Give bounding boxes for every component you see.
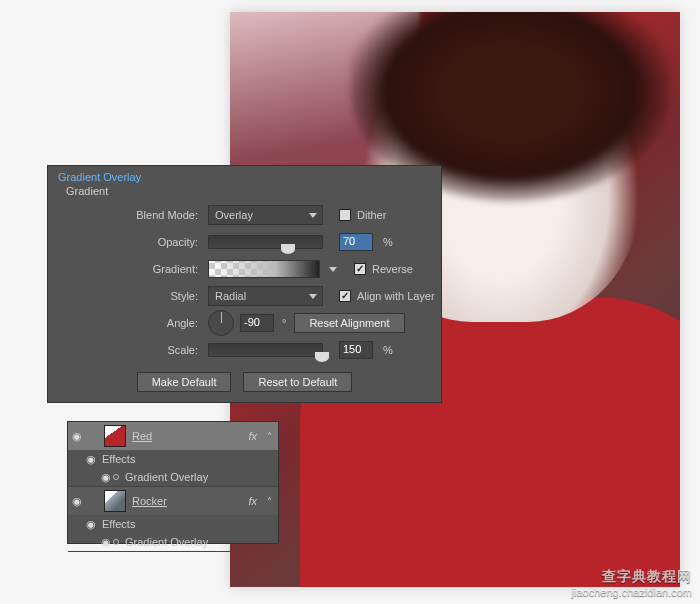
reverse-checkbox[interactable] [354, 263, 366, 275]
visibility-icon[interactable]: ◉ [68, 430, 86, 443]
visibility-icon[interactable]: ◉ [101, 471, 111, 484]
effect-dot-icon [113, 539, 119, 545]
angle-dial[interactable] [208, 310, 234, 336]
layer-thumbnail[interactable] [104, 425, 126, 447]
panel-title: Gradient Overlay [48, 166, 441, 185]
effect-name[interactable]: Gradient Overlay [125, 536, 208, 548]
opacity-value[interactable]: 70 [339, 233, 373, 251]
visibility-icon[interactable]: ◉ [86, 518, 96, 531]
dither-label: Dither [357, 209, 386, 221]
blend-mode-label: Blend Mode: [48, 209, 208, 221]
reverse-label: Reverse [372, 263, 413, 275]
angle-degree: ° [282, 317, 286, 329]
gradient-label: Gradient: [48, 263, 208, 275]
reset-alignment-button[interactable]: Reset Alignment [294, 313, 404, 333]
dither-checkbox[interactable] [339, 209, 351, 221]
effect-dot-icon [113, 474, 119, 480]
visibility-icon[interactable]: ◉ [86, 453, 96, 466]
scale-slider[interactable] [208, 343, 323, 357]
watermark-url: jiaocheng.chazidian.com [572, 586, 692, 598]
effects-label: Effects [102, 453, 135, 465]
scale-label: Scale: [48, 344, 208, 356]
fx-badge: fx [248, 495, 261, 507]
style-label: Style: [48, 290, 208, 302]
blend-mode-select[interactable]: Overlay [208, 205, 323, 225]
layer-rocker[interactable]: ◉ Rocker fx ˄ ◉Effects ◉Gradient Overlay [68, 487, 278, 552]
chevron-up-icon[interactable]: ˄ [261, 496, 278, 507]
align-label: Align with Layer [357, 290, 435, 302]
align-checkbox[interactable] [339, 290, 351, 302]
fx-badge: fx [248, 430, 261, 442]
watermark-title: 查字典教程网 [572, 568, 692, 586]
gradient-overlay-panel: Gradient Overlay Gradient Blend Mode: Ov… [47, 165, 442, 403]
visibility-icon[interactable]: ◉ [101, 536, 111, 549]
panel-subtitle: Gradient [48, 185, 441, 199]
layer-thumbnail[interactable] [104, 490, 126, 512]
visibility-icon[interactable]: ◉ [68, 495, 86, 508]
scale-pct: % [383, 344, 393, 356]
effects-label: Effects [102, 518, 135, 530]
watermark: 查字典教程网 jiaocheng.chazidian.com [572, 568, 692, 598]
reset-default-button[interactable]: Reset to Default [243, 372, 352, 392]
chevron-up-icon[interactable]: ˄ [261, 431, 278, 442]
make-default-button[interactable]: Make Default [137, 372, 232, 392]
layers-panel: ◉ Red fx ˄ ◉Effects ◉Gradient Overlay ◉ … [67, 421, 279, 544]
layer-red[interactable]: ◉ Red fx ˄ ◉Effects ◉Gradient Overlay [68, 422, 278, 487]
opacity-pct: % [383, 236, 393, 248]
opacity-label: Opacity: [48, 236, 208, 248]
layer-name[interactable]: Rocker [130, 495, 248, 507]
angle-value[interactable]: -90 [240, 314, 274, 332]
opacity-slider[interactable] [208, 235, 323, 249]
style-select[interactable]: Radial [208, 286, 323, 306]
layer-name[interactable]: Red [130, 430, 248, 442]
scale-value[interactable]: 150 [339, 341, 373, 359]
gradient-picker[interactable] [208, 260, 320, 278]
effect-name[interactable]: Gradient Overlay [125, 471, 208, 483]
angle-label: Angle: [48, 317, 208, 329]
